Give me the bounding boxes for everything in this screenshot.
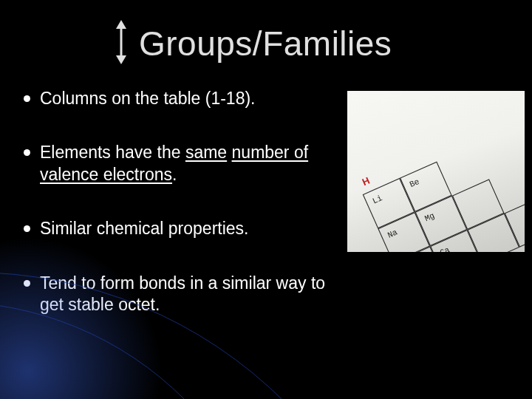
bullet-text: Similar chemical properties. <box>40 219 248 238</box>
element-h-label: H <box>361 175 372 188</box>
bullet-item: Similar chemical properties. <box>24 218 341 239</box>
periodic-table-grid: H Li Be Na Mg K Ca <box>347 91 525 252</box>
bullet-text-underline: same <box>185 143 227 162</box>
content-row: Columns on the table (1-18). Elements ha… <box>22 88 510 349</box>
image-column: H Li Be Na Mg K Ca <box>347 91 525 252</box>
bullet-text: Tend to form bonds in a similar way to g… <box>40 273 325 314</box>
periodic-table-image: H Li Be Na Mg K Ca <box>347 91 525 252</box>
slide-title: Groups/Families <box>139 24 392 64</box>
bullet-text-prefix: Elements have the <box>40 143 185 162</box>
slide: Groups/Families Columns on the table (1-… <box>0 0 532 399</box>
vertical-arrow-icon <box>111 18 132 69</box>
svg-marker-2 <box>116 55 126 64</box>
bullet-item: Tend to form bonds in a similar way to g… <box>24 273 341 316</box>
bullet-item: Columns on the table (1-18). <box>24 88 341 109</box>
title-row: Groups/Families <box>111 18 510 69</box>
svg-marker-1 <box>116 20 126 29</box>
bullet-list: Columns on the table (1-18). Elements ha… <box>22 88 341 349</box>
bullet-text: Columns on the table (1-18). <box>40 89 256 108</box>
bullet-item: Elements have the same number of valence… <box>24 142 341 185</box>
bullet-text-suffix: . <box>172 165 177 184</box>
